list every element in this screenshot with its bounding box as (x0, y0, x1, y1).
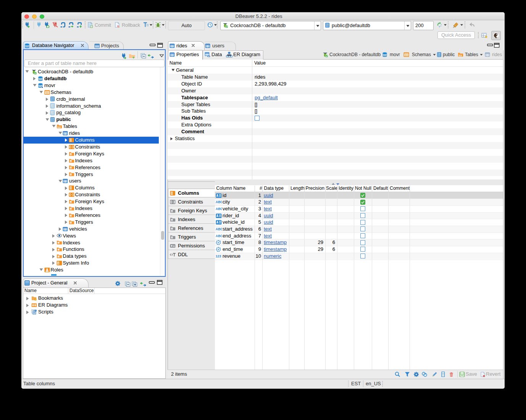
svg-text:ABC: ABC (216, 207, 222, 211)
svg-text:ABC: ABC (216, 227, 222, 231)
svg-text:ABC: ABC (216, 234, 222, 238)
svg-text:ABC: ABC (216, 200, 222, 204)
svg-text:123: 123 (216, 254, 221, 258)
